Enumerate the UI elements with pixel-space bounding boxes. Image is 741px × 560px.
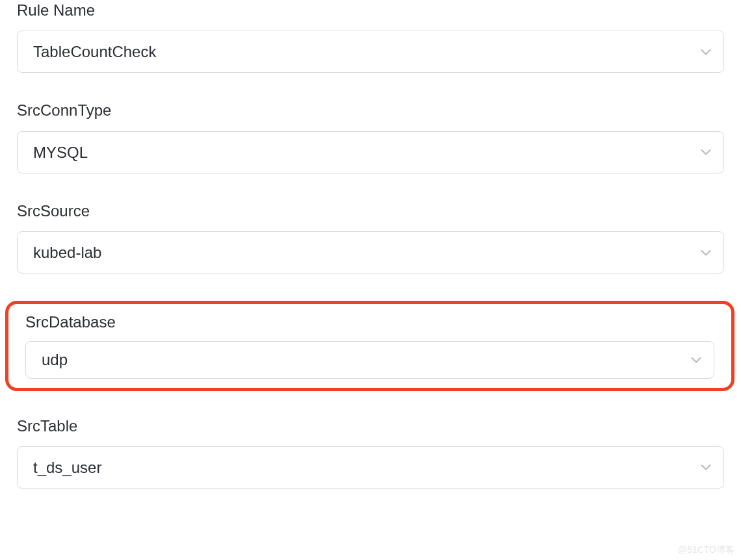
rule-name-group: Rule Name TableCountCheck xyxy=(0,0,741,73)
rule-name-value: TableCountCheck xyxy=(33,42,695,62)
watermark: @51CTO博客 xyxy=(678,544,734,556)
form-container: Rule Name TableCountCheck SrcConnType MY… xyxy=(0,0,741,489)
chevron-down-icon xyxy=(700,247,712,259)
src-conn-type-select[interactable]: MYSQL xyxy=(17,131,724,173)
chevron-down-icon xyxy=(690,354,702,366)
src-table-group: SrcTable t_ds_user xyxy=(0,416,741,489)
src-source-group: SrcSource kubed-lab xyxy=(0,201,741,274)
src-conn-type-label: SrcConnType xyxy=(17,100,724,120)
src-conn-type-group: SrcConnType MYSQL xyxy=(0,100,741,173)
src-database-label: SrcDatabase xyxy=(25,312,714,332)
chevron-down-icon xyxy=(700,46,712,58)
src-database-select[interactable]: udp xyxy=(25,341,714,378)
src-table-value: t_ds_user xyxy=(33,457,695,477)
src-source-select[interactable]: kubed-lab xyxy=(17,231,724,274)
rule-name-label: Rule Name xyxy=(17,0,724,20)
src-source-value: kubed-lab xyxy=(33,242,695,262)
chevron-down-icon xyxy=(700,146,712,158)
src-table-label: SrcTable xyxy=(17,416,724,436)
src-table-select[interactable]: t_ds_user xyxy=(17,446,724,489)
src-source-label: SrcSource xyxy=(17,201,724,221)
rule-name-select[interactable]: TableCountCheck xyxy=(17,31,724,73)
src-database-value: udp xyxy=(42,350,685,370)
src-database-group: SrcDatabase udp xyxy=(5,301,734,390)
src-conn-type-value: MYSQL xyxy=(33,142,695,162)
chevron-down-icon xyxy=(700,461,712,473)
